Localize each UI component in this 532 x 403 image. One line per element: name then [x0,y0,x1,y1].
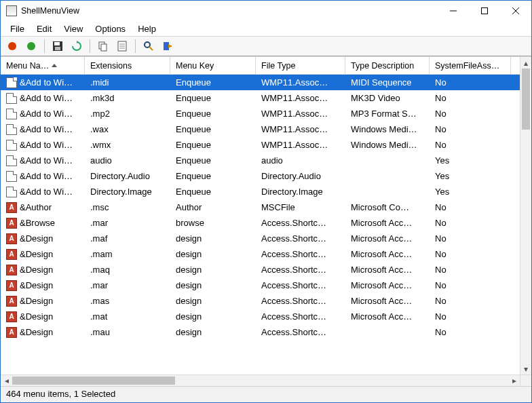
table-cell: Enqueue [170,109,256,119]
minimize-button[interactable] [438,1,469,21]
page-icon [6,155,17,166]
menu-view[interactable]: View [58,22,88,35]
table-row[interactable]: &Design.mamdesignAccess.Shortc…Microsoft… [1,246,520,262]
table-row[interactable]: &Browse.marbrowseAccess.Shortc…Microsoft… [1,215,520,231]
access-icon [6,233,17,244]
column-header[interactable]: Menu Key [170,57,256,74]
column-header[interactable]: SystemFileAss… [430,57,511,74]
table-cell: &Design [1,311,85,322]
table-cell: Enqueue [170,77,256,88]
column-header[interactable]: File Type [256,57,345,74]
table-row[interactable]: &Design.mafdesignAccess.Shortc…Microsoft… [1,231,520,246]
table-row[interactable]: &Author.mscAuthorMSCFileMicrosoft Co…No [1,199,520,215]
access-icon [6,202,17,213]
horizontal-scrollbar[interactable]: ◂ ▸ [1,375,520,386]
vscroll-thumb[interactable] [522,69,530,130]
maximize-icon [481,7,488,14]
svg-rect-9 [101,44,107,51]
table-row[interactable]: &Add to Wi…Directory.AudioEnqueueDirecto… [1,168,520,184]
hscroll-track[interactable] [12,375,508,386]
disable-button[interactable] [5,39,20,54]
table-cell: &Add to Wi… [1,93,85,104]
table-cell: Directory.Image [85,187,170,197]
vertical-scrollbar[interactable]: ▴ ▾ [520,57,531,375]
table-row[interactable]: &Add to Wi….wmxEnqueueWMP11.Assoc…Window… [1,137,520,153]
table-cell: .mar [85,218,170,228]
table-cell: design [170,280,256,290]
table-row[interactable]: &Add to Wi…audioEnqueueaudioYes [1,153,520,168]
svg-rect-1 [482,8,488,14]
scroll-right-icon[interactable]: ▸ [508,376,520,385]
cell-text: &Design [20,280,53,290]
table-row[interactable]: &Add to Wi….mp2EnqueueWMP11.Assoc…MP3 Fo… [1,106,520,121]
table-cell: Access.Shortc… [256,280,345,290]
table-row[interactable]: &Add to Wi….mk3dEnqueueWMP11.Assoc…MK3D … [1,90,520,106]
save-button[interactable] [50,39,65,54]
column-header[interactable]: Type Description [345,57,430,74]
table-cell: Enqueue [170,155,256,166]
table-row[interactable]: &Design.matdesignAccess.Shortc…Microsoft… [1,309,520,324]
menu-edit[interactable]: Edit [31,22,57,35]
table-cell: Enqueue [170,124,256,134]
svg-rect-6 [55,47,60,50]
table-cell: Microsoft Acc… [345,265,430,275]
cell-text: &Design [20,233,53,244]
page-icon [6,77,17,88]
grid-wrapper: Menu Na…ExtensionsMenu KeyFile TypeType … [1,57,531,386]
table-cell: No [430,296,511,306]
table-row[interactable]: &Design.masdesignAccess.Shortc…Microsoft… [1,293,520,309]
scroll-up-icon[interactable]: ▴ [520,57,531,69]
access-icon [6,327,17,338]
table-cell: No [430,327,511,337]
svg-marker-17 [168,44,172,48]
list-view[interactable]: Menu Na…ExtensionsMenu KeyFile TypeType … [1,57,520,375]
floppy-icon [52,41,63,52]
table-cell: MK3D Video [345,93,430,103]
close-button[interactable] [500,1,531,21]
maximize-button[interactable] [469,1,500,21]
copy-button[interactable] [96,39,111,54]
table-row[interactable]: &Design.maudesignAccess.Shortc…No [1,324,520,340]
menu-help[interactable]: Help [132,22,162,35]
scroll-left-icon[interactable]: ◂ [1,376,12,385]
titlebar[interactable]: ShellMenuView [1,1,531,21]
exit-button[interactable] [160,39,175,54]
table-cell: Yes [430,171,511,181]
page-icon [6,124,17,135]
table-cell: .mau [85,327,170,337]
table-cell: WMP11.Assoc… [256,140,345,150]
menu-options[interactable]: Options [90,22,131,35]
refresh-button[interactable] [69,39,84,54]
cell-text: &Add to Wi… [20,187,73,197]
table-row[interactable]: &Add to Wi…Directory.ImageEnqueueDirecto… [1,184,520,199]
table-cell: &Add to Wi… [1,140,85,151]
menu-file[interactable]: File [5,22,30,35]
table-cell: &Design [1,265,85,275]
column-header[interactable]: Extensions [85,57,170,74]
cell-text: &Add to Wi… [20,77,73,88]
table-cell: &Design [1,327,85,338]
table-cell: Directory.Audio [85,171,170,181]
table-cell: .mp2 [85,109,170,119]
table-cell: MSCFile [256,202,345,212]
svg-line-15 [149,47,153,50]
scroll-down-icon[interactable]: ▾ [520,363,531,375]
table-cell: No [430,233,511,244]
svg-rect-5 [54,42,60,45]
table-cell: MP3 Format S… [345,109,430,119]
svg-rect-16 [164,42,169,50]
hscroll-thumb[interactable] [12,377,175,385]
close-icon [512,7,519,14]
enable-button[interactable] [24,39,39,54]
page-icon [6,140,17,151]
table-cell: Access.Shortc… [256,233,345,244]
properties-button[interactable] [115,39,130,54]
table-row[interactable]: &Add to Wi….midiEnqueueWMP11.Assoc…MIDI … [1,75,520,90]
table-row[interactable]: &Design.maqdesignAccess.Shortc…Microsoft… [1,262,520,277]
toolbar-separator [44,39,45,53]
table-row[interactable]: &Add to Wi….waxEnqueueWMP11.Assoc…Window… [1,121,520,137]
find-button[interactable] [141,39,156,54]
column-header[interactable]: Menu Na… [1,57,85,74]
table-row[interactable]: &Design.mardesignAccess.Shortc…Microsoft… [1,277,520,293]
window-controls [438,1,531,21]
